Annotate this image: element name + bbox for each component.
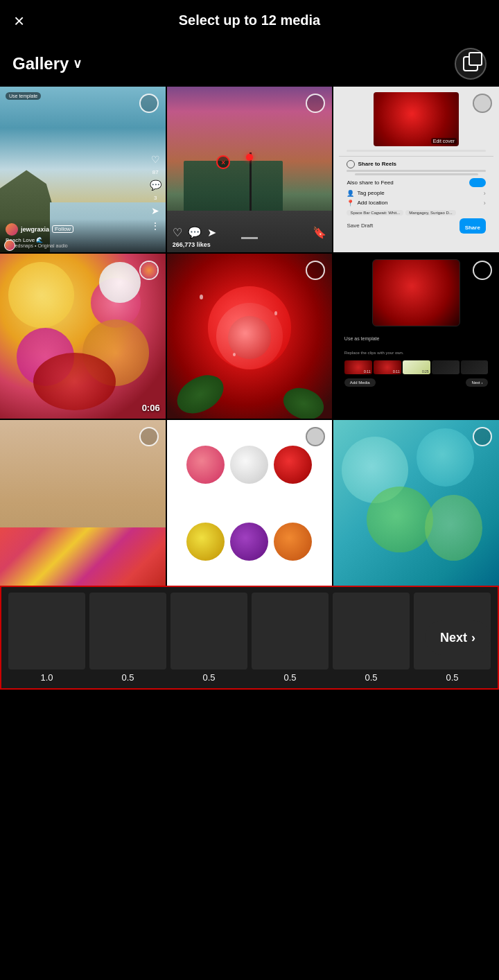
next-button[interactable]: Next › xyxy=(425,621,491,655)
tray-duration-3: 0.5 xyxy=(202,672,215,683)
share-icon[interactable]: ➤ xyxy=(207,226,216,239)
tray-thumb-4 xyxy=(252,593,329,670)
next-chevron-icon: › xyxy=(471,631,475,645)
gallery-dropdown[interactable]: Gallery ∨ xyxy=(12,54,82,73)
select-circle-3 xyxy=(473,94,492,113)
tray-duration-2: 0.5 xyxy=(121,672,134,683)
media-cell-stickers[interactable] xyxy=(167,420,333,586)
header: × Select up to 12 media xyxy=(0,0,499,41)
share-icon: ➤ xyxy=(151,205,159,216)
story-icons: ♡ 87 💬 3 ➤ ⋮ xyxy=(150,154,161,231)
post-bottom: ♡ 💬 ➤ 🔖 266,773 likes xyxy=(167,222,333,252)
subheader: Gallery ∨ xyxy=(0,41,499,87)
gallery-label-text: Gallery xyxy=(12,54,69,73)
selected-tray: 1.0 0.5 0.5 0.5 0.5 0.5 Next › xyxy=(0,586,499,690)
media-cell-teal[interactable] xyxy=(333,420,499,586)
multi-select-button[interactable] xyxy=(455,48,487,80)
story-overlay: jewgraxia Follow Beach Love 🌊 alteredsna… xyxy=(0,219,166,252)
multi-select-icon xyxy=(463,56,478,71)
tray-thumb-5 xyxy=(333,593,410,670)
tray-duration-1: 1.0 xyxy=(40,672,53,683)
post-likes: 266,773 likes xyxy=(173,241,327,248)
tray-item-5[interactable]: 0.5 xyxy=(333,593,410,683)
tray-duration-5: 0.5 xyxy=(365,672,377,683)
heart-count: 87 xyxy=(152,169,159,175)
like-icon[interactable]: ♡ xyxy=(173,226,182,239)
media-cell-flowers[interactable]: 0:06 xyxy=(0,254,166,419)
media-cell-beach[interactable]: jewgraxia Follow Beach Love 🌊 alteredsna… xyxy=(0,87,166,252)
tray-item-1[interactable]: 1.0 xyxy=(8,593,85,683)
media-cell-screenshot1[interactable]: Edit cover Share to Reels Also share to … xyxy=(333,87,499,252)
media-cell-app[interactable]: Use as template Replace the clips with y… xyxy=(333,254,499,419)
select-circle-4 xyxy=(139,261,159,280)
comment-icon[interactable]: 💬 xyxy=(188,226,202,239)
select-circle-5 xyxy=(306,261,325,280)
chevron-down-icon: ∨ xyxy=(73,56,82,71)
tray-thumb-2 xyxy=(89,593,166,670)
media-grid: jewgraxia Follow Beach Love 🌊 alteredsna… xyxy=(0,87,499,586)
media-cell-rose[interactable] xyxy=(167,254,333,419)
story-follow-button[interactable]: Follow xyxy=(52,225,73,233)
more-icon: ⋮ xyxy=(150,220,160,231)
story-caption: Beach Love 🌊 xyxy=(6,237,160,243)
tray-thumb-3 xyxy=(170,593,247,670)
bookmark-icon[interactable]: 🔖 xyxy=(313,226,326,239)
story-avatar xyxy=(6,223,18,236)
tray-item-4[interactable]: 0.5 xyxy=(252,593,329,683)
comment-icon: 💬 xyxy=(150,180,161,191)
template-badge[interactable]: Use template xyxy=(6,92,41,100)
duration-badge: 0:06 xyxy=(142,403,160,413)
tray-duration-4: 0.5 xyxy=(283,672,296,683)
tray-item-2[interactable]: 0.5 xyxy=(89,593,166,683)
tray-thumb-1 xyxy=(8,593,85,670)
media-cell-beige[interactable] xyxy=(0,420,166,586)
page-title: Select up to 12 media xyxy=(179,12,321,28)
next-button-label: Next xyxy=(440,631,467,645)
tray-item-3[interactable]: 0.5 xyxy=(170,593,247,683)
tray-duration-6: 0.5 xyxy=(446,672,458,683)
story-username: jewgraxia xyxy=(21,226,49,233)
story-audio: alteredsnaps • Original audio xyxy=(6,243,160,248)
heart-icon: ♡ xyxy=(151,154,160,165)
media-cell-train[interactable]: X ♡ 💬 ➤ 🔖 266,773 likes xyxy=(167,87,333,252)
select-circle-7 xyxy=(139,427,159,446)
select-circle-1 xyxy=(139,94,159,113)
comment-count: 3 xyxy=(154,195,157,201)
close-button[interactable]: × xyxy=(14,12,24,30)
select-circle-6 xyxy=(473,261,492,280)
